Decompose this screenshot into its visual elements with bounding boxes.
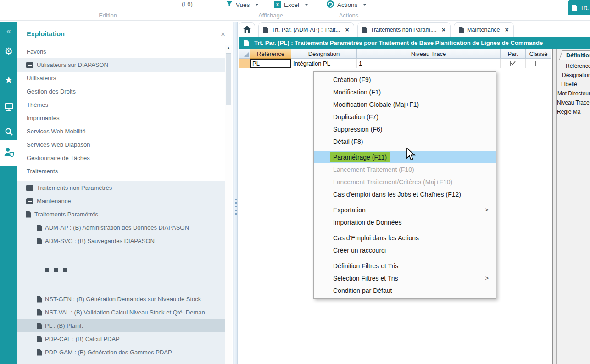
monitor-icon[interactable] [0,103,17,113]
par-checkbox[interactable] [510,61,516,66]
tab-close-icon[interactable]: × [442,26,445,33]
menu-item[interactable]: Exportation> [314,204,496,216]
menu-item[interactable]: Cas d'emploi dans les Jobs et Chaînes (F… [314,188,496,200]
sidebar-section-top: FavorisUtilisateurs sur DIAPASONUtilisat… [17,45,225,178]
tray-icon [26,198,33,204]
tab-definition[interactable]: Définition [561,50,590,60]
column-header[interactable]: Classé [526,49,551,59]
sidebar-item-label: Gestionnaire de Tâches [27,154,90,161]
menu-item[interactable]: Importation de Données [314,216,496,228]
sidebar-item[interactable]: Services Web Mobilité [17,125,225,138]
menu-item[interactable]: Modification Globale (Maj+F1) [314,98,496,110]
sidebar-item-label: Gestion des Droits [27,88,76,95]
sidebar-item[interactable]: Gestionnaire de Tâches [17,151,225,165]
tab[interactable]: Maintenance× [454,22,514,37]
menu-item[interactable]: Cas d'Emploi dans les Actions [314,232,496,244]
sidebar-close-icon[interactable]: × [221,30,225,39]
column-header[interactable]: Désignation [291,49,357,59]
vues-button[interactable]: Vues [226,0,259,11]
menu-item[interactable]: Création (F9) [314,73,496,86]
menu-item[interactable]: Définition Filtres et Tris [314,259,496,272]
menu-item[interactable]: Sélection Filtres et Tris> [314,272,496,284]
cell-par[interactable] [501,59,526,68]
search-icon[interactable] [0,127,17,138]
scrollbar-up-icon[interactable]: ▲ [225,45,232,51]
column-header[interactable]: Par. [501,49,526,59]
sidebar-item[interactable]: Utilisateurs [17,72,225,85]
sidebar-item [17,277,225,292]
submenu-arrow-icon: > [485,206,489,213]
sidebar-item[interactable]: NST-GEN : (B) Génération Demandes sur Ni… [17,292,225,306]
field-label: Libellé [561,81,577,88]
sidebar-item[interactable]: Gestion des Droits [17,85,225,98]
sidebar-item[interactable]: Services Web Diapason [17,138,225,151]
sidebar-item-label: Services Web Mobilité [27,128,85,135]
sidebar-item[interactable]: Traitements [17,165,225,178]
column-header[interactable]: Niveau Trace [357,49,501,59]
sidebar-item[interactable]: NST-VAL : (B) Validation Calcul Niveau S… [17,306,225,319]
table-row[interactable]: PLIntégration PL1 [239,59,551,68]
sidebar-item[interactable]: ADM-SVG : (B) Sauvegardes DIAPASON [17,234,225,248]
menu-item-label: Modification Globale (Maj+F1) [333,101,419,108]
menu-item[interactable]: Modification (F1) [314,86,496,98]
chevron-down-icon [305,4,308,6]
tab-home[interactable] [239,22,255,37]
table-corner-cell[interactable] [239,49,250,59]
app-window: { "ribbon": { "edition_shortcut": "(F6)"… [0,0,590,364]
sidebar-item[interactable]: PDP-GAM : (B) Génération des Gammes PDAP [17,346,225,359]
definition-panel: Définition RéférenceDésignationLibelléMo… [557,49,590,364]
sidebar-item[interactable]: Favoris [17,45,225,58]
classe-checkbox[interactable] [535,61,541,66]
sidebar-item-label: PDP-GAM : (B) Génération des Gammes PDAP [45,349,172,356]
excel-button-label: Excel [284,1,299,8]
sidebar-item[interactable]: PDP-CAL : (B) Calcul PDAP [17,332,225,346]
menu-separator [328,230,493,230]
sidebar-item[interactable]: Thèmes [17,98,225,111]
scrollbar-thumb[interactable] [226,53,231,105]
gear-icon[interactable]: ⚙ [0,46,17,57]
tab[interactable]: Trt. Par. (ADM-AP) : Trait...× [258,22,354,37]
user-shield-icon[interactable] [0,147,17,160]
cell-niveau-trace[interactable]: 1 [357,59,501,68]
sidebar-item[interactable]: Traitements Paramétrés [17,208,225,221]
actions-button[interactable]: Actions [326,0,367,11]
sidebar-item[interactable] [17,263,225,277]
tab-close-icon[interactable]: × [345,26,349,33]
field-label: Référence [566,63,590,69]
cell-classe[interactable] [526,59,551,68]
menu-item[interactable]: Condition par Défaut [314,284,496,297]
menu-item[interactable]: Créer un raccourci [314,244,496,256]
cell-reference[interactable]: PL [250,59,291,68]
row-selector-cell[interactable] [239,59,250,68]
ribbon-group-actions: Actions [321,12,376,19]
sidebar-scrollbar[interactable]: ▲ [225,45,232,364]
tab[interactable]: Traitements non Param....× [357,22,451,37]
panel-splitter[interactable] [552,49,557,364]
sidebar-item[interactable]: Traitements non Paramétrés [17,181,225,194]
sidebar-section-traitements: Traitements non ParamétrésMaintenanceTra… [17,181,225,364]
filter-funnel-icon [226,0,233,9]
tab-close-icon[interactable]: × [505,26,509,33]
menu-item[interactable]: Suppression (F6) [314,123,496,135]
column-header[interactable]: Référence [250,49,291,59]
menu-item[interactable]: Duplication (F7) [314,110,496,123]
menu-item[interactable]: Détail (F8) [314,135,496,148]
menu-item: Lancement Traitement/Critères (Maj+F10) [314,176,496,188]
star-icon[interactable]: ★ [0,74,17,85]
menu-item[interactable]: Paramétrage (F11) [314,151,496,163]
excel-button[interactable]: X Excel [274,0,308,11]
sidebar-item[interactable]: PL : (B) Planif. [17,319,225,332]
tab-definition-label: Définition [566,52,590,59]
sidebar-item-label: PL : (B) Planif. [45,322,83,329]
sidebar-item[interactable]: Maintenance [17,194,225,208]
sidebar-item[interactable]: Imprimantes [17,111,225,125]
sidebar-splitter[interactable] [233,22,238,364]
sidebar-item[interactable]: Utilisateurs sur DIAPASON [17,58,225,72]
sidebar-item[interactable]: ADM-AP : (B) Administration des Données … [17,221,225,234]
collapse-chevron-icon[interactable]: « [0,27,17,36]
tab-active[interactable]: Trt. [568,0,590,15]
document-icon [37,323,42,329]
document-title-bar: Trt. Par. (PL) : Traitements Paramétrés … [239,37,590,49]
cell-designation[interactable]: Intégration PL [291,59,357,68]
menu-item-label: Condition par Défaut [333,287,392,294]
